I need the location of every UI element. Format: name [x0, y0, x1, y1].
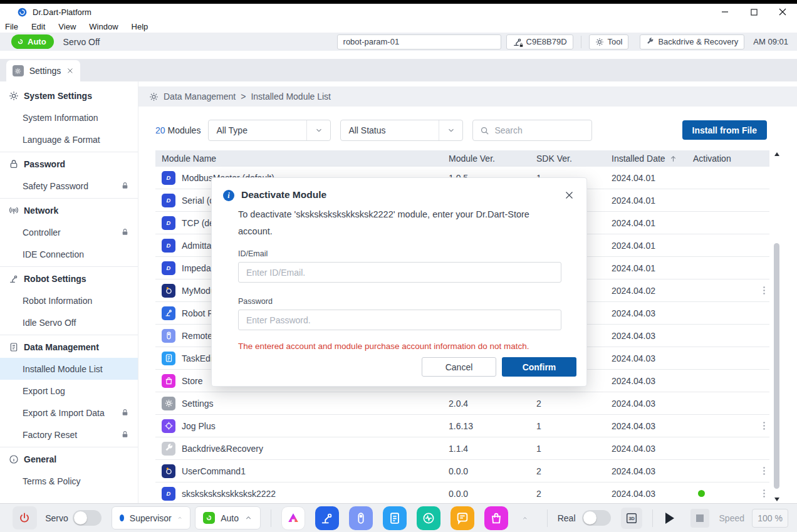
dock-robot-icon[interactable] — [315, 506, 339, 530]
robot-id-button[interactable]: C9E8B79D — [506, 34, 573, 50]
table-row[interactable]: Jog Plus1.6.1312024.04.03 — [155, 415, 769, 437]
sidebar-item-controller[interactable]: Controller — [0, 221, 138, 243]
breadcrumb: Data Management > Installed Module List — [138, 86, 797, 107]
sidebar-header-data-management[interactable]: Data Management — [0, 336, 138, 358]
sidebar-header-general[interactable]: General — [0, 449, 138, 470]
sidebar-item-safety-password[interactable]: Safety Password — [0, 175, 138, 197]
tool-button[interactable]: Tool — [589, 34, 629, 50]
table-row[interactable]: Backdrive&Recovery1.1.412024.04.03 — [155, 437, 769, 460]
backdrive-recovery-button[interactable]: Backdrive & Recovery — [640, 34, 744, 50]
role-select[interactable]: Supervisor — [112, 506, 190, 529]
settings-icon — [162, 397, 175, 410]
sidebar-header-password[interactable]: Password — [0, 154, 138, 175]
scroll-up-icon[interactable] — [774, 152, 779, 156]
sidebar-item-factory-reset[interactable]: Factory Reset — [0, 424, 138, 446]
vertical-scrollbar[interactable] — [773, 150, 781, 503]
servo-label: Servo — [45, 513, 68, 523]
dialog-close-icon[interactable] — [565, 190, 574, 200]
cancel-button[interactable]: Cancel — [422, 357, 496, 377]
search-icon — [480, 126, 489, 135]
sdk-ver-cell: 2 — [530, 399, 605, 409]
collapse-chevron-icon[interactable] — [522, 513, 528, 523]
lock-icon — [121, 228, 129, 236]
menu-view[interactable]: View — [57, 22, 77, 31]
module-ver-cell: 2.0.4 — [442, 399, 530, 409]
table-row[interactable]: UserCommand10.0.022024.04.03 — [155, 460, 769, 482]
installed-date-cell: 2024.04.03 — [605, 421, 687, 431]
stop-button[interactable] — [690, 509, 709, 528]
sidebar-item-ide-connection[interactable]: IDE Connection — [0, 243, 138, 265]
module-ver-cell: 0.0.0 — [442, 466, 530, 476]
tab-close-icon[interactable] — [66, 67, 74, 75]
robot-param-input[interactable] — [337, 34, 501, 50]
auto-mode-badge: Auto — [11, 34, 54, 49]
play-button[interactable] — [665, 513, 674, 524]
sidebar-section: NetworkControllerIDE Connection — [0, 199, 138, 267]
table-row[interactable]: Dskskskskskskksksk22220.0.022024.04.03 — [155, 482, 769, 503]
menu-help[interactable]: Help — [130, 22, 150, 31]
confirm-button[interactable]: Confirm — [502, 357, 576, 377]
sidebar-header-label: Network — [24, 206, 58, 216]
minimize-button[interactable] — [718, 5, 732, 19]
mode-select[interactable]: Auto — [195, 506, 261, 529]
password-field[interactable] — [238, 310, 561, 330]
sidebar-item-export-import-data[interactable]: Export & Import Data — [0, 402, 138, 424]
sidebar-header-robot-settings[interactable]: Robot Settings — [0, 268, 138, 289]
menu-edit[interactable]: Edit — [30, 22, 46, 31]
module-name-cell: Jog Plus — [155, 419, 442, 433]
dock-taskdoc-icon[interactable] — [383, 506, 407, 530]
sidebar-header-system-settings[interactable]: System Settings — [0, 85, 138, 107]
sidebar-item-export-log[interactable]: Export Log — [0, 380, 138, 402]
tab-settings[interactable]: Settings — [6, 60, 80, 81]
sidebar-item-installed-module-list[interactable]: Installed Module List — [0, 358, 138, 380]
dock-log-icon[interactable] — [451, 506, 474, 530]
password-label: Password — [238, 297, 560, 306]
sidebar-item-system-information[interactable]: System Information — [0, 107, 138, 128]
scrollbar-thumb[interactable] — [774, 243, 779, 489]
kebab-menu-icon[interactable] — [759, 285, 769, 296]
scroll-down-icon[interactable] — [774, 498, 779, 501]
menu-file[interactable]: File — [4, 22, 19, 31]
power-button[interactable] — [13, 506, 37, 529]
kebab-menu-icon[interactable] — [759, 488, 769, 499]
id-email-field[interactable] — [238, 262, 561, 283]
table-row[interactable]: Settings2.0.422024.04.03 — [155, 392, 769, 415]
installed-date-cell: 2024.04.01 — [605, 263, 687, 273]
col-installed-date[interactable]: Installed Date — [605, 154, 687, 164]
sidebar-item-terms-policy[interactable]: Terms & Policy — [0, 470, 138, 492]
activation-cell — [687, 490, 753, 497]
dock-monitor-icon[interactable] — [417, 506, 440, 530]
maximize-button[interactable] — [747, 5, 761, 19]
view-3d-button[interactable]: 3D — [621, 508, 642, 529]
kebab-menu-icon[interactable] — [759, 466, 769, 476]
status-filter-select[interactable]: All Status — [340, 120, 463, 141]
dock-storebag-icon[interactable] — [484, 506, 508, 530]
dialog-title: Deactivate Module — [241, 189, 565, 201]
dock-home-icon[interactable] — [281, 506, 305, 530]
real-sim-toggle[interactable] — [582, 510, 611, 526]
search-box[interactable] — [472, 120, 592, 141]
servo-status-text: Servo Off — [63, 37, 100, 47]
col-module-ver: Module Ver. — [442, 154, 530, 164]
installed-date-cell: 2024.04.03 — [605, 399, 687, 409]
bottombar-separator — [652, 509, 653, 527]
type-filter-select[interactable]: All Type — [208, 120, 331, 141]
close-button[interactable] — [776, 5, 789, 19]
servo-toggle[interactable] — [73, 510, 102, 526]
bottombar-separator — [271, 509, 271, 527]
svg-text:D: D — [166, 197, 170, 204]
sidebar-item-idle-servo-off[interactable]: Idle Servo Off — [0, 311, 138, 333]
sidebar-item-language-format[interactable]: Language & Format — [0, 128, 138, 150]
sidebar-item-robot-information[interactable]: Robot Information — [0, 289, 138, 311]
gear-icon — [149, 92, 159, 102]
speed-value[interactable]: 100 % — [752, 509, 788, 528]
dock-remote-icon[interactable] — [349, 506, 373, 530]
kebab-menu-icon[interactable] — [759, 420, 769, 431]
auto-icon — [203, 512, 215, 524]
sidebar-header-network[interactable]: Network — [0, 200, 138, 221]
installed-date-cell: 2024.04.03 — [605, 308, 687, 318]
breadcrumb-section[interactable]: Data Management — [164, 91, 236, 102]
install-from-file-button[interactable]: Install from File — [682, 120, 767, 140]
menu-window[interactable]: Window — [88, 22, 119, 31]
search-input[interactable] — [494, 125, 576, 135]
